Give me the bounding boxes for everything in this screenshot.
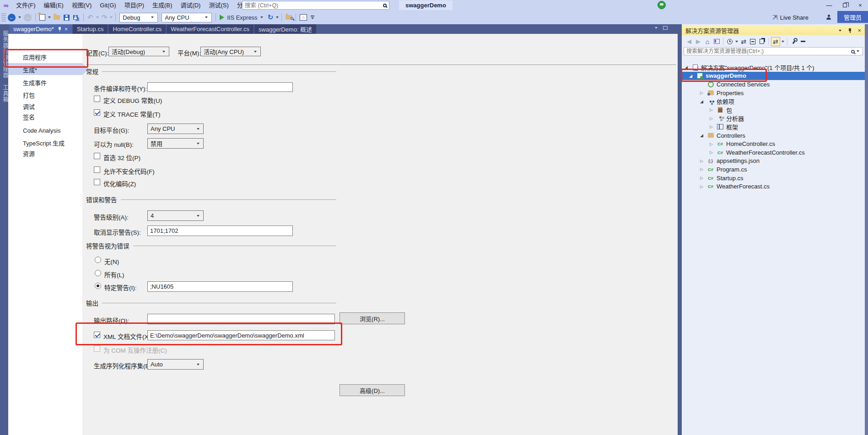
- sync-icon[interactable]: [739, 37, 748, 46]
- expander-icon[interactable]: [700, 91, 707, 95]
- close-panel-icon[interactable]: ×: [857, 27, 861, 34]
- browse-button[interactable]: 浏览(R)...: [340, 312, 405, 324]
- define-debug-checkbox[interactable]: [94, 96, 100, 102]
- preview-toggle-icon[interactable]: [799, 37, 807, 46]
- tab-swaggerdemo-properties[interactable]: swaggerDemo* ×: [9, 24, 72, 34]
- expander-icon[interactable]: [710, 116, 717, 121]
- close-button[interactable]: ×: [852, 0, 868, 10]
- tab-startup-cs[interactable]: Startup.cs: [73, 24, 108, 34]
- collapse-all-icon[interactable]: [749, 37, 757, 46]
- properties-nav-package[interactable]: 打包: [23, 91, 35, 99]
- nullable-combo[interactable]: 禁用: [147, 138, 204, 149]
- tree-node-homecontroller[interactable]: HomeController.cs: [682, 140, 865, 148]
- menu-view[interactable]: 视图(V): [68, 0, 96, 11]
- user-avatar[interactable]: [658, 1, 666, 9]
- tree-node-weatherforecast[interactable]: WeatherForecast.cs: [682, 182, 865, 191]
- advanced-button[interactable]: 高级(D)...: [340, 384, 405, 396]
- close-tab-icon[interactable]: ×: [65, 26, 68, 32]
- toolbar-overflow-button[interactable]: [310, 16, 315, 19]
- expander-icon[interactable]: [700, 184, 707, 189]
- expander-icon[interactable]: [710, 150, 717, 155]
- panel-splitter[interactable]: [678, 24, 682, 435]
- menu-git[interactable]: Git(G): [96, 0, 120, 11]
- nav-back-icon[interactable]: ◀: [685, 37, 693, 46]
- tree-node-frameworks[interactable]: 框架: [682, 123, 865, 131]
- tree-node-connected-services[interactable]: Connected Services: [682, 80, 865, 89]
- save-all-button[interactable]: [72, 12, 81, 22]
- tree-node-packages[interactable]: 包: [682, 106, 865, 114]
- tree-node-dependencies[interactable]: 依赖项: [682, 97, 865, 106]
- properties-nav-application[interactable]: 应用程序: [23, 53, 47, 61]
- expander-icon[interactable]: [710, 142, 717, 146]
- switch-views-icon[interactable]: [712, 37, 721, 46]
- nav-forward-icon[interactable]: ▶: [694, 37, 702, 46]
- active-files-dropdown-icon[interactable]: [655, 27, 658, 29]
- warning-level-combo[interactable]: 4: [147, 210, 204, 221]
- toolbox-vertical-tab[interactable]: 工具箱: [1, 85, 9, 102]
- sync-dropdown-icon[interactable]: [782, 41, 784, 43]
- expander-icon[interactable]: [685, 65, 691, 70]
- tree-node-weatherforecastcontroller[interactable]: WeatherForecastController.cs: [682, 148, 865, 157]
- home-icon[interactable]: [703, 37, 712, 46]
- optimize-code-checkbox[interactable]: [94, 179, 100, 185]
- restore-button[interactable]: [837, 0, 852, 10]
- suppress-warnings-input[interactable]: [147, 226, 293, 236]
- find-in-files-button[interactable]: [284, 12, 293, 22]
- expander-icon[interactable]: [710, 124, 717, 129]
- float-window-icon[interactable]: [663, 26, 668, 30]
- solution-explorer-search-input[interactable]: [686, 48, 851, 54]
- minimize-button[interactable]: —: [821, 0, 837, 10]
- expander-icon[interactable]: [700, 133, 707, 138]
- conditional-symbols-input[interactable]: [147, 82, 293, 92]
- pin-icon[interactable]: [848, 28, 852, 33]
- tree-node-analyzers[interactable]: 分析器: [682, 114, 865, 123]
- properties-wrench-icon[interactable]: [790, 37, 798, 46]
- tab-swaggerdemo-overview[interactable]: swaggerDemo: 概述: [254, 24, 316, 34]
- define-trace-checkbox[interactable]: [94, 109, 100, 116]
- properties-nav-code-analysis[interactable]: Code Analysis: [23, 127, 60, 134]
- menu-build[interactable]: 生成(B): [148, 0, 176, 11]
- sync-with-active-document-icon[interactable]: [771, 37, 780, 46]
- expander-icon[interactable]: [700, 159, 707, 163]
- allow-unsafe-checkbox[interactable]: [94, 166, 100, 173]
- new-file-button[interactable]: [38, 12, 47, 22]
- pin-icon[interactable]: [58, 27, 62, 32]
- serialization-combo[interactable]: Auto: [147, 359, 204, 370]
- quick-search-input[interactable]: [245, 2, 383, 9]
- xml-doc-input[interactable]: [147, 330, 335, 340]
- prefer-32bit-checkbox[interactable]: [94, 153, 100, 159]
- properties-nav-build[interactable]: 生成*: [23, 65, 37, 74]
- new-file-dropdown-icon[interactable]: [48, 16, 51, 18]
- properties-nav-build-events[interactable]: 生成事件: [23, 78, 47, 87]
- output-path-input[interactable]: [147, 314, 335, 324]
- refresh-dropdown-icon[interactable]: [276, 16, 279, 18]
- tree-node-appsettings[interactable]: appsettings.json: [682, 157, 865, 166]
- tree-node-project-swaggerdemo[interactable]: swaggerDemo: [682, 72, 865, 81]
- treat-specific-radio[interactable]: [95, 283, 101, 289]
- copy-icon[interactable]: [758, 37, 766, 46]
- redo-button[interactable]: [100, 12, 109, 22]
- solution-configuration-combo[interactable]: Debug: [119, 13, 158, 22]
- target-platform-combo[interactable]: Any CPU: [147, 124, 204, 134]
- tab-homecontroller-cs[interactable]: HomeController.cs: [108, 24, 166, 34]
- menu-debug[interactable]: 调试(D): [176, 0, 205, 11]
- toolbar-grip[interactable]: [1, 13, 6, 21]
- redo-dropdown-icon[interactable]: [110, 16, 113, 18]
- open-file-button[interactable]: [52, 12, 61, 22]
- navigate-forward-button[interactable]: [22, 12, 33, 22]
- navigate-back-button[interactable]: [6, 12, 17, 22]
- menu-file[interactable]: 文件(F): [12, 0, 40, 11]
- properties-nav-resources[interactable]: 资源: [23, 149, 35, 158]
- tab-weatherforecastcontroller-cs[interactable]: WeatherForecastController.cs: [167, 24, 253, 34]
- tree-node-solution[interactable]: 解决方案"swaggerDemo"(1 个项目/共 1 个): [682, 63, 865, 72]
- treat-none-radio[interactable]: [95, 257, 101, 263]
- specific-warnings-input[interactable]: [147, 281, 293, 292]
- tree-node-controllers[interactable]: Controllers: [682, 131, 865, 140]
- menu-project[interactable]: 项目(P): [120, 0, 148, 11]
- undo-dropdown-icon[interactable]: [96, 16, 99, 18]
- menu-test[interactable]: 测试(S): [205, 0, 232, 11]
- platform-combo[interactable]: 活动(Any CPU): [200, 47, 261, 56]
- save-button[interactable]: [62, 12, 71, 22]
- expander-icon[interactable]: [700, 167, 707, 172]
- solution-explorer-title-bar[interactable]: 解决方案资源管理器 ×: [682, 26, 865, 35]
